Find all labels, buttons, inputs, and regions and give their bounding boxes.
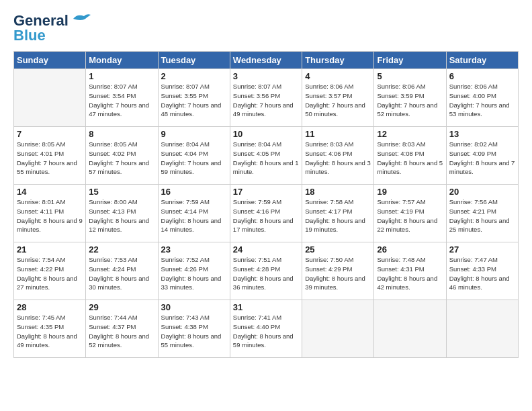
day-info: Sunrise: 7:41 AMSunset: 4:40 PMDaylight:… xyxy=(233,313,299,350)
day-number: 21 xyxy=(17,244,83,255)
day-number: 1 xyxy=(89,71,154,81)
calendar-cell xyxy=(14,69,86,127)
week-row-4: 21Sunrise: 7:54 AMSunset: 4:22 PMDayligh… xyxy=(14,242,519,300)
day-number: 17 xyxy=(233,187,299,197)
week-row-2: 7Sunrise: 8:05 AMSunset: 4:01 PMDaylight… xyxy=(14,127,519,185)
day-info: Sunrise: 7:47 AMSunset: 4:33 PMDaylight:… xyxy=(449,255,515,292)
calendar-cell: 14Sunrise: 8:01 AMSunset: 4:11 PMDayligh… xyxy=(14,185,86,242)
day-info: Sunrise: 8:01 AMSunset: 4:11 PMDaylight:… xyxy=(17,197,83,234)
logo-bird-icon xyxy=(72,12,92,27)
logo: General Blue xyxy=(13,12,92,44)
calendar-cell: 4Sunrise: 8:06 AMSunset: 3:57 PMDaylight… xyxy=(302,69,374,127)
calendar-cell: 7Sunrise: 8:05 AMSunset: 4:01 PMDaylight… xyxy=(14,127,86,185)
calendar-cell xyxy=(446,300,518,358)
day-number: 6 xyxy=(449,71,515,81)
calendar-cell: 20Sunrise: 7:56 AMSunset: 4:21 PMDayligh… xyxy=(446,185,518,242)
calendar-table: SundayMondayTuesdayWednesdayThursdayFrid… xyxy=(13,51,519,358)
day-number: 24 xyxy=(233,244,299,255)
day-info: Sunrise: 7:43 AMSunset: 4:38 PMDaylight:… xyxy=(161,313,227,350)
header: General Blue xyxy=(13,12,519,44)
calendar-cell: 24Sunrise: 7:51 AMSunset: 4:28 PMDayligh… xyxy=(230,242,302,300)
day-number: 23 xyxy=(161,244,227,255)
day-number: 26 xyxy=(377,244,443,255)
day-info: Sunrise: 7:44 AMSunset: 4:37 PMDaylight:… xyxy=(89,313,154,350)
calendar-cell: 1Sunrise: 8:07 AMSunset: 3:54 PMDaylight… xyxy=(86,69,158,127)
day-info: Sunrise: 8:03 AMSunset: 4:08 PMDaylight:… xyxy=(377,140,443,177)
day-info: Sunrise: 7:48 AMSunset: 4:31 PMDaylight:… xyxy=(377,255,443,292)
day-number: 10 xyxy=(233,129,299,139)
day-number: 4 xyxy=(305,71,371,81)
calendar-cell: 27Sunrise: 7:47 AMSunset: 4:33 PMDayligh… xyxy=(446,242,518,300)
day-info: Sunrise: 7:58 AMSunset: 4:17 PMDaylight:… xyxy=(305,197,371,234)
day-number: 15 xyxy=(89,187,154,197)
day-info: Sunrise: 8:05 AMSunset: 4:02 PMDaylight:… xyxy=(89,140,154,177)
day-info: Sunrise: 8:05 AMSunset: 4:01 PMDaylight:… xyxy=(17,140,83,177)
day-info: Sunrise: 8:02 AMSunset: 4:09 PMDaylight:… xyxy=(449,140,515,177)
day-number: 18 xyxy=(305,187,371,197)
calendar-cell: 9Sunrise: 8:04 AMSunset: 4:04 PMDaylight… xyxy=(158,127,230,185)
day-number: 27 xyxy=(449,244,515,255)
day-info: Sunrise: 8:00 AMSunset: 4:13 PMDaylight:… xyxy=(89,197,154,234)
week-row-5: 28Sunrise: 7:45 AMSunset: 4:35 PMDayligh… xyxy=(14,300,519,358)
logo-blue: Blue xyxy=(13,27,46,44)
week-row-1: 1Sunrise: 8:07 AMSunset: 3:54 PMDaylight… xyxy=(14,69,519,127)
day-number: 22 xyxy=(89,244,154,255)
calendar-cell: 10Sunrise: 8:04 AMSunset: 4:05 PMDayligh… xyxy=(230,127,302,185)
calendar-cell: 31Sunrise: 7:41 AMSunset: 4:40 PMDayligh… xyxy=(230,300,302,358)
day-number: 7 xyxy=(17,129,83,139)
calendar-cell: 15Sunrise: 8:00 AMSunset: 4:13 PMDayligh… xyxy=(86,185,158,242)
day-number: 12 xyxy=(377,129,443,139)
calendar-cell: 29Sunrise: 7:44 AMSunset: 4:37 PMDayligh… xyxy=(86,300,158,358)
day-number: 29 xyxy=(89,302,154,312)
calendar-cell: 5Sunrise: 8:06 AMSunset: 3:59 PMDaylight… xyxy=(374,69,446,127)
weekday-saturday: Saturday xyxy=(446,52,518,69)
day-info: Sunrise: 8:07 AMSunset: 3:54 PMDaylight:… xyxy=(89,82,154,119)
day-info: Sunrise: 8:04 AMSunset: 4:04 PMDaylight:… xyxy=(161,140,227,177)
day-number: 28 xyxy=(17,302,83,312)
day-info: Sunrise: 8:06 AMSunset: 3:59 PMDaylight:… xyxy=(377,82,443,119)
day-info: Sunrise: 7:56 AMSunset: 4:21 PMDaylight:… xyxy=(449,197,515,234)
day-number: 13 xyxy=(449,129,515,139)
calendar-cell: 17Sunrise: 7:59 AMSunset: 4:16 PMDayligh… xyxy=(230,185,302,242)
calendar-cell: 18Sunrise: 7:58 AMSunset: 4:17 PMDayligh… xyxy=(302,185,374,242)
day-info: Sunrise: 8:06 AMSunset: 4:00 PMDaylight:… xyxy=(449,82,515,119)
calendar-cell: 28Sunrise: 7:45 AMSunset: 4:35 PMDayligh… xyxy=(14,300,86,358)
calendar-cell: 23Sunrise: 7:52 AMSunset: 4:26 PMDayligh… xyxy=(158,242,230,300)
day-number: 25 xyxy=(305,244,371,255)
day-number: 30 xyxy=(161,302,227,312)
weekday-friday: Friday xyxy=(374,52,446,69)
day-number: 11 xyxy=(305,129,371,139)
day-info: Sunrise: 7:54 AMSunset: 4:22 PMDaylight:… xyxy=(17,255,83,292)
calendar-cell xyxy=(374,300,446,358)
weekday-wednesday: Wednesday xyxy=(230,52,302,69)
calendar-cell: 19Sunrise: 7:57 AMSunset: 4:19 PMDayligh… xyxy=(374,185,446,242)
day-info: Sunrise: 8:07 AMSunset: 3:55 PMDaylight:… xyxy=(161,82,227,119)
day-info: Sunrise: 7:53 AMSunset: 4:24 PMDaylight:… xyxy=(89,255,154,292)
day-number: 19 xyxy=(377,187,443,197)
calendar-cell: 16Sunrise: 7:59 AMSunset: 4:14 PMDayligh… xyxy=(158,185,230,242)
calendar-cell: 12Sunrise: 8:03 AMSunset: 4:08 PMDayligh… xyxy=(374,127,446,185)
weekday-header-row: SundayMondayTuesdayWednesdayThursdayFrid… xyxy=(14,52,519,69)
day-number: 16 xyxy=(161,187,227,197)
day-number: 31 xyxy=(233,302,299,312)
calendar-cell: 30Sunrise: 7:43 AMSunset: 4:38 PMDayligh… xyxy=(158,300,230,358)
day-number: 14 xyxy=(17,187,83,197)
calendar-cell: 8Sunrise: 8:05 AMSunset: 4:02 PMDaylight… xyxy=(86,127,158,185)
weekday-monday: Monday xyxy=(86,52,158,69)
day-number: 3 xyxy=(233,71,299,81)
day-info: Sunrise: 8:06 AMSunset: 3:57 PMDaylight:… xyxy=(305,82,371,119)
day-info: Sunrise: 7:51 AMSunset: 4:28 PMDaylight:… xyxy=(233,255,299,292)
day-number: 2 xyxy=(161,71,227,81)
day-number: 8 xyxy=(89,129,154,139)
day-info: Sunrise: 7:57 AMSunset: 4:19 PMDaylight:… xyxy=(377,197,443,234)
day-info: Sunrise: 7:59 AMSunset: 4:16 PMDaylight:… xyxy=(233,197,299,234)
calendar-cell: 3Sunrise: 8:07 AMSunset: 3:56 PMDaylight… xyxy=(230,69,302,127)
day-info: Sunrise: 7:52 AMSunset: 4:26 PMDaylight:… xyxy=(161,255,227,292)
day-info: Sunrise: 8:04 AMSunset: 4:05 PMDaylight:… xyxy=(233,140,299,177)
calendar-cell xyxy=(302,300,374,358)
day-info: Sunrise: 8:03 AMSunset: 4:06 PMDaylight:… xyxy=(305,140,371,177)
weekday-sunday: Sunday xyxy=(14,52,86,69)
calendar-cell: 13Sunrise: 8:02 AMSunset: 4:09 PMDayligh… xyxy=(446,127,518,185)
day-info: Sunrise: 7:45 AMSunset: 4:35 PMDaylight:… xyxy=(17,313,83,350)
day-number: 5 xyxy=(377,71,443,81)
